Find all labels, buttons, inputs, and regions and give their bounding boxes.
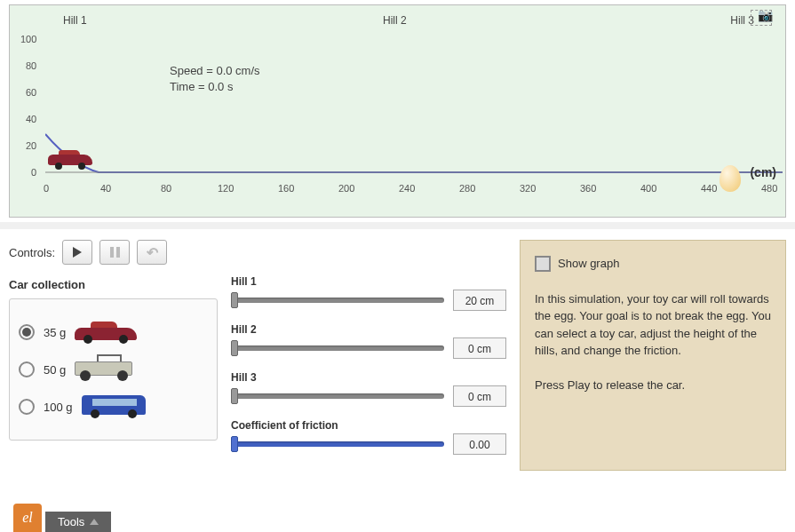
y-tick: 100: [20, 34, 36, 44]
car-weight-label: 50 g: [44, 363, 66, 377]
slider-label-hill1: Hill 1: [231, 275, 506, 288]
slider-thumb[interactable]: [231, 388, 238, 404]
x-tick: 0: [44, 183, 49, 194]
y-tick: 40: [26, 114, 36, 124]
slider-label-hill2: Hill 2: [231, 323, 506, 336]
y-tick: 0: [31, 167, 36, 178]
controls-panel: Controls: ↶ Car collection 35 g 50 g 100…: [0, 231, 795, 480]
pause-icon: [110, 247, 120, 258]
slider-label-hill3: Hill 3: [231, 371, 506, 384]
slider-thumb[interactable]: [231, 340, 238, 356]
x-tick: 200: [338, 183, 354, 194]
slider-value-hill1[interactable]: 20 cm: [453, 290, 506, 311]
play-icon: [73, 247, 82, 258]
pause-button[interactable]: [99, 240, 130, 265]
tools-button[interactable]: Tools: [45, 512, 111, 532]
hill-label-1: Hill 1: [63, 14, 87, 27]
radio-100g[interactable]: [19, 399, 35, 415]
slider-thumb[interactable]: [231, 436, 238, 452]
simulation-canvas: Hill 1 Hill 2 Hill 3 100 80 60 40 20 0 S…: [9, 4, 786, 218]
slider-label-friction: Coefficient of friction: [231, 419, 506, 432]
y-tick: 60: [26, 87, 36, 98]
info-panel: Show graph In this simulation, your toy …: [520, 240, 786, 471]
slider-value-friction[interactable]: 0.00: [453, 433, 506, 455]
slider-thumb[interactable]: [231, 292, 238, 308]
snapshot-icon[interactable]: [751, 10, 772, 26]
y-tick: 80: [26, 60, 36, 71]
x-tick: 120: [218, 183, 234, 194]
car-jeep-icon: [75, 356, 146, 383]
car-collection: 35 g 50 g 100 g: [9, 298, 218, 441]
radio-50g[interactable]: [19, 361, 35, 377]
car-option-35g[interactable]: 35 g: [19, 319, 208, 345]
x-tick: 280: [459, 183, 475, 194]
car-option-50g[interactable]: 50 g: [19, 356, 208, 383]
chevron-up-icon: [90, 519, 99, 525]
car-sedan-icon: [75, 319, 146, 345]
x-tick: 240: [399, 183, 415, 194]
slider-value-hill2[interactable]: 0 cm: [453, 337, 506, 359]
x-tick: 440: [701, 183, 717, 194]
car-sprite: [48, 152, 92, 170]
brand-badge-icon: el: [13, 504, 42, 532]
play-button[interactable]: [62, 240, 92, 265]
car-option-100g[interactable]: 100 g: [19, 393, 208, 420]
divider: [0, 222, 795, 229]
x-tick: 80: [161, 183, 171, 194]
reset-icon: ↶: [147, 244, 158, 261]
car-collection-title: Car collection: [9, 278, 218, 291]
slider-hill1[interactable]: [231, 298, 444, 303]
y-tick: 20: [26, 140, 36, 151]
slider-value-hill3[interactable]: 0 cm: [453, 385, 506, 407]
x-tick: 400: [640, 183, 656, 194]
hill-label-2: Hill 2: [383, 14, 407, 27]
reset-button[interactable]: ↶: [137, 240, 167, 265]
tools-label: Tools: [58, 515, 84, 528]
egg-sprite: [719, 165, 741, 192]
x-tick: 360: [580, 183, 596, 194]
info-text-2: Press Play to release the car.: [535, 377, 771, 394]
car-bus-icon: [82, 393, 153, 420]
show-graph-checkbox[interactable]: [535, 256, 551, 272]
x-tick: 160: [278, 183, 294, 194]
car-weight-label: 35 g: [44, 326, 66, 339]
show-graph-label: Show graph: [558, 255, 619, 273]
slider-friction[interactable]: [231, 441, 444, 447]
x-tick: 40: [100, 183, 111, 194]
slider-hill3[interactable]: [231, 393, 444, 399]
controls-label: Controls:: [9, 246, 55, 259]
x-tick: 320: [520, 183, 536, 194]
tools-bar: el Tools: [13, 504, 111, 532]
axis-unit: (cm): [750, 165, 776, 179]
x-tick: 480: [761, 183, 777, 194]
radio-35g[interactable]: [19, 324, 35, 340]
car-weight-label: 100 g: [44, 401, 73, 414]
info-text-1: In this simulation, your toy car will ro…: [535, 290, 771, 360]
slider-hill2[interactable]: [231, 345, 444, 351]
